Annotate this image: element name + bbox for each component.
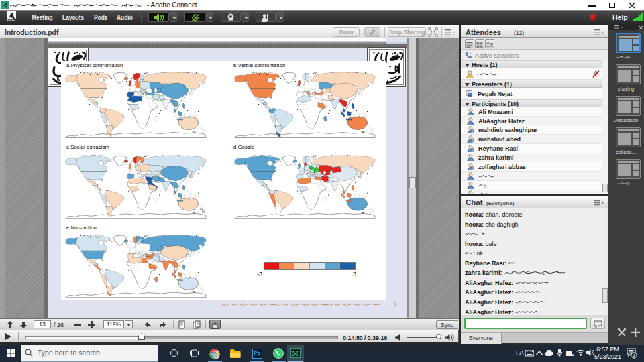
svg-text:4: 4 xyxy=(633,353,635,359)
